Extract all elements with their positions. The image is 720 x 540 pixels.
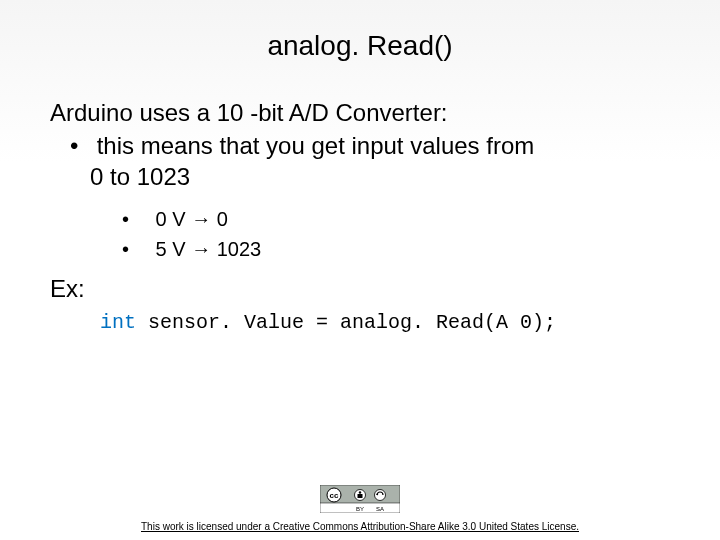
- slide-footer: cc BY SA This work is licensed under a C…: [0, 485, 720, 532]
- arrow-icon: →: [191, 208, 211, 230]
- bullet-dot: •: [122, 205, 150, 233]
- sub-bullet-1: • 5 V → 1023: [122, 235, 670, 263]
- slide-title: analog. Read(): [50, 30, 670, 62]
- cc-badge-icon: cc BY SA: [320, 485, 400, 513]
- intro-text: Arduino uses a 10 -bit A/D Converter:: [50, 97, 670, 128]
- sub-bullet-value: 1023: [211, 238, 261, 260]
- svg-text:SA: SA: [376, 506, 384, 512]
- bullet-text-line2: 0 to 1023: [90, 163, 190, 190]
- bullet-main: this means that you get input values fro…: [70, 130, 670, 192]
- slide-content: analog. Read() Arduino uses a 10 -bit A/…: [0, 0, 720, 334]
- example-label: Ex:: [50, 275, 670, 303]
- svg-point-6: [375, 490, 386, 501]
- sub-bullet-label: 0 V: [156, 208, 192, 230]
- code-keyword: int: [100, 311, 148, 334]
- svg-point-5: [359, 491, 361, 493]
- code-rest: sensor. Value = analog. Read(A 0);: [148, 311, 556, 334]
- license-link[interactable]: This work is licensed under a Creative C…: [0, 521, 720, 532]
- bullet-text-line1: this means that you get input values fro…: [97, 132, 535, 159]
- svg-text:cc: cc: [330, 491, 339, 500]
- code-example: int sensor. Value = analog. Read(A 0);: [100, 311, 670, 334]
- svg-text:BY: BY: [356, 506, 364, 512]
- sub-bullet-0: • 0 V → 0: [122, 205, 670, 233]
- arrow-icon: →: [191, 238, 211, 260]
- bullet-dot: •: [122, 235, 150, 263]
- sub-bullet-label: 5 V: [156, 238, 192, 260]
- sub-bullet-value: 0: [211, 208, 228, 230]
